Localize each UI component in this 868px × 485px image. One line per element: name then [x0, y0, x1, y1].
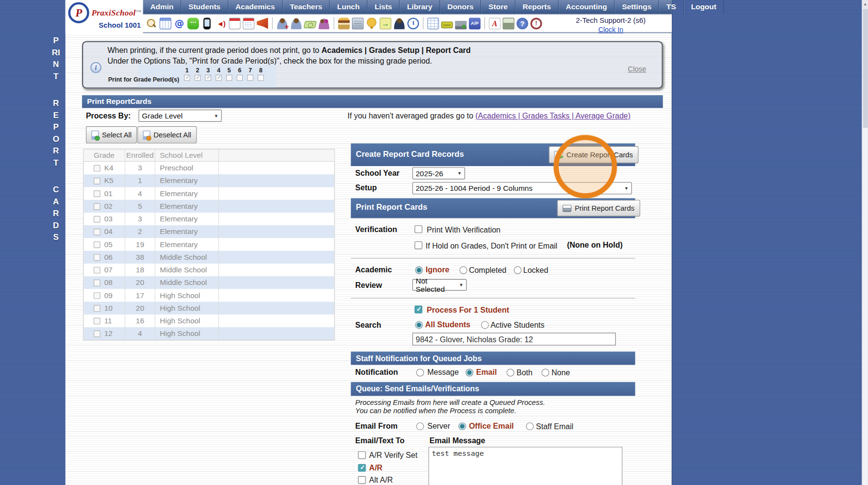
staff-icon[interactable] — [394, 17, 405, 29]
search-icon[interactable] — [146, 17, 157, 29]
row-checkbox[interactable] — [94, 279, 100, 286]
nav-lunch[interactable]: Lunch — [330, 0, 367, 14]
average-grade-link[interactable]: (Academics | Grades Tasks | Average Grad… — [475, 111, 631, 120]
select-all-button[interactable]: Select All — [86, 126, 137, 143]
ar-verify-set-checkbox[interactable] — [358, 451, 366, 459]
period-7-checkbox[interactable] — [247, 75, 253, 81]
row-checkbox[interactable] — [94, 190, 100, 197]
export-icon[interactable] — [380, 17, 391, 29]
row-checkbox[interactable] — [94, 267, 100, 273]
payments-icon[interactable] — [303, 21, 317, 28]
nav-logout[interactable]: Logout — [684, 0, 724, 14]
lunch-icon[interactable] — [338, 17, 350, 29]
notification-message-radio[interactable] — [416, 369, 424, 377]
chat-icon[interactable] — [187, 17, 199, 29]
checks-icon[interactable] — [441, 21, 453, 28]
enrolled-cell: 4 — [125, 327, 156, 340]
family-icon[interactable] — [318, 17, 330, 29]
process-for-one-student-checkbox[interactable] — [415, 306, 422, 314]
reports-table-icon[interactable] — [427, 17, 439, 29]
accounts-payable-icon[interactable]: A/P — [469, 17, 481, 29]
ar-checkbox[interactable] — [358, 464, 366, 472]
period-3-checkbox[interactable] — [205, 75, 211, 81]
row-checkbox[interactable] — [94, 330, 100, 337]
table-row: 0638Middle School — [83, 251, 334, 264]
period-6-checkbox[interactable] — [237, 75, 243, 81]
nav-ts[interactable]: TS — [659, 0, 684, 14]
process-by-select[interactable]: Grade Level▼ — [138, 110, 221, 122]
nav-lists[interactable]: Lists — [367, 0, 400, 14]
schedule-grid-icon[interactable] — [160, 17, 171, 29]
scrollbar-thumb[interactable] — [863, 9, 868, 128]
email-from-office-radio[interactable] — [458, 422, 466, 430]
hold-on-grades-checkbox[interactable] — [415, 241, 422, 249]
email-from-server-radio[interactable] — [416, 422, 424, 430]
email-icon[interactable] — [173, 17, 185, 29]
row-checkbox[interactable] — [94, 305, 100, 312]
calendar-icon[interactable] — [229, 17, 241, 29]
school-year-select[interactable]: 2025-26▼ — [412, 167, 465, 179]
notification-none-radio[interactable] — [541, 369, 549, 377]
alt-ar-checkbox[interactable] — [358, 476, 366, 484]
nav-library[interactable]: Library — [400, 0, 440, 14]
period-2-checkbox[interactable] — [195, 75, 201, 81]
clock-in-link[interactable]: Clock In — [598, 26, 623, 34]
time-clock-icon[interactable] — [407, 17, 419, 29]
academic-locked-radio[interactable] — [514, 267, 521, 274]
banner-close-link[interactable]: Close — [628, 65, 646, 73]
print-with-verification-checkbox[interactable] — [415, 225, 422, 233]
row-checkbox[interactable] — [94, 228, 100, 235]
nav-donors[interactable]: Donors — [440, 0, 482, 14]
help-icon[interactable]: ? — [517, 17, 528, 29]
add-student-icon[interactable] — [277, 17, 288, 29]
vertical-scrollbar[interactable]: ▲ — [862, 0, 868, 485]
period-4-checkbox[interactable] — [216, 75, 222, 81]
nav-store[interactable]: Store — [481, 0, 515, 14]
nav-students[interactable]: Students — [181, 0, 228, 14]
row-checkbox[interactable] — [94, 177, 100, 184]
nav-admin[interactable]: Admin — [143, 0, 182, 14]
nav-settings[interactable]: Settings — [615, 0, 659, 14]
review-select[interactable]: Not Selected▼ — [412, 279, 467, 291]
scrollbar-up-arrow[interactable]: ▲ — [862, 0, 868, 8]
row-checkbox[interactable] — [94, 203, 100, 210]
cash-register-icon[interactable] — [503, 17, 515, 29]
row-checkbox[interactable] — [94, 216, 100, 222]
table-row: 0917High School — [83, 289, 334, 301]
row-checkbox[interactable] — [94, 292, 100, 299]
email-from-staff-radio[interactable] — [526, 422, 534, 430]
date-calendar-icon[interactable] — [243, 17, 254, 29]
email-message-textarea[interactable]: test message — [429, 447, 623, 485]
deselect-all-button[interactable]: Deselect All — [137, 126, 197, 143]
period-1-checkbox[interactable] — [184, 75, 190, 81]
pdf-icon[interactable] — [489, 17, 501, 29]
email-from-label: Email From — [355, 421, 398, 430]
row-checkbox[interactable] — [94, 318, 100, 324]
row-checkbox[interactable] — [94, 165, 100, 171]
period-5-checkbox[interactable] — [226, 75, 233, 81]
nav-teachers[interactable]: Teachers — [283, 0, 330, 14]
bell-icon[interactable] — [366, 17, 378, 29]
nav-reports[interactable]: Reports — [516, 0, 559, 14]
notification-both-radio[interactable] — [507, 369, 515, 377]
row-checkbox[interactable] — [94, 241, 100, 248]
column-school-level: School Level — [155, 150, 219, 161]
notification-email-radio[interactable] — [466, 369, 473, 377]
nav-academics[interactable]: Academics — [228, 0, 283, 14]
academic-ignore-radio[interactable] — [415, 267, 423, 274]
all-students-radio[interactable] — [415, 321, 423, 329]
alert-icon[interactable]: ! — [531, 17, 542, 29]
storage-icon[interactable] — [352, 17, 364, 29]
active-students-radio[interactable] — [481, 321, 489, 329]
row-checkbox[interactable] — [94, 254, 100, 261]
nav-accounting[interactable]: Accounting — [559, 0, 615, 14]
academic-completed-radio[interactable] — [459, 267, 467, 274]
student-icon[interactable] — [290, 17, 302, 29]
megaphone-icon[interactable] — [257, 17, 268, 29]
period-8-checkbox[interactable] — [258, 75, 264, 81]
print-report-cards-button[interactable]: Print Report Cards — [557, 200, 640, 217]
student-search-input[interactable] — [412, 333, 616, 345]
print-checks-icon[interactable] — [455, 17, 467, 29]
broadcast-icon[interactable] — [215, 17, 227, 29]
mobile-icon[interactable] — [203, 17, 211, 29]
